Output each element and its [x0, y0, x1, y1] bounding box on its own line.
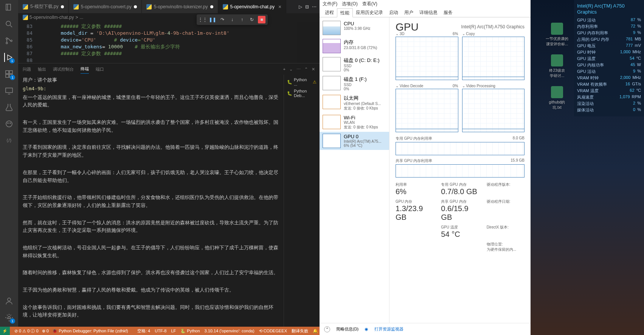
step-out-icon[interactable]: ↑ [238, 16, 246, 23]
panel-tab[interactable]: 端口 [96, 65, 104, 74]
gpu-metric-row: VRAM 温度62 °C [577, 88, 641, 94]
breadcrumb[interactable]: 5-openvinollm-chat.py > ... [18, 13, 320, 22]
remote-icon[interactable] [5, 86, 14, 95]
code-editor[interactable]: 838485868788 ###### 定义参数 ###### model_di… [18, 22, 320, 63]
chart-label[interactable]: Video Decode [396, 84, 423, 88]
more-icon[interactable]: ⋯ [312, 4, 317, 9]
minimap[interactable] [297, 22, 320, 63]
maximize-icon[interactable]: ⌃ [304, 67, 308, 72]
chart-label[interactable]: 3D [396, 32, 405, 36]
status-item[interactable]: ⊕ 0 [42, 329, 49, 333]
main-tab[interactable]: 应用历史记录 [353, 8, 386, 17]
editor-tab[interactable]: 5-模型下载.py [18, 0, 69, 13]
gpu-metric-row: VRAM 时钟2,000 MHz [577, 75, 641, 81]
gpu-metric-row: GPU 活动9 % [577, 68, 641, 75]
chart-label[interactable]: Video Processing [462, 84, 495, 88]
intel-gpu-overlay: Intel(R) Arc(TM) A750 Graphics GPU 活动87 … [574, 0, 644, 116]
step-over-icon[interactable]: ↷ [219, 16, 226, 23]
gpu-metric-row: 内存利用率72 % [577, 23, 641, 30]
codegeex-icon[interactable]: ⟨/⟩ [5, 136, 14, 145]
editor-tab[interactable]: 5-openvinollm-convert.py [69, 0, 142, 13]
extensions-icon[interactable]: 1 [5, 69, 14, 79]
status-item[interactable]: 🔔 [313, 329, 318, 333]
run-debug-icon[interactable]: 1 [4, 53, 13, 62]
menu-item[interactable]: 查看(V) [362, 1, 377, 8]
terminal-instance[interactable]: 🐛Python Deb... [286, 88, 318, 99]
status-item[interactable]: ⊘ 0 ⚠ 0 ⓘ 0 [14, 329, 39, 333]
status-item[interactable]: 🐍 Python [180, 329, 200, 333]
desktop-icon[interactable]: githubd的坑.txt [549, 86, 565, 110]
sidebar-item-net[interactable]: 以太网vEthernet (Default S...发送: 0 接收: 0 Kb… [320, 93, 389, 113]
main-tab[interactable]: 用户 [401, 8, 416, 17]
run-icon[interactable]: ▷ [299, 4, 302, 9]
panel-tab[interactable]: 终端 [81, 65, 89, 74]
main-tab[interactable]: 服务 [441, 8, 456, 17]
brief-info-link[interactable]: 简略信息(D) [336, 326, 358, 332]
account-icon[interactable] [5, 296, 14, 306]
main-tabs: 进程性能应用历史记录启动用户详细信息服务 [320, 8, 531, 17]
main-tab[interactable]: 详细信息 [416, 8, 441, 17]
split-icon[interactable]: ⊟ [305, 4, 309, 9]
sidebar-item-disk[interactable]: 磁盘 1 (F:)SSD0% [320, 74, 389, 93]
gpu-chart [462, 37, 525, 80]
sidebar-item-cpu[interactable]: CPU100% 3.98 GHz [320, 19, 389, 37]
editor-tab[interactable]: 5-openvinollm-chat.py× [218, 0, 287, 13]
main-tab[interactable]: 性能 [337, 8, 353, 17]
step-into-icon[interactable]: ↓ [228, 16, 236, 23]
status-item[interactable]: ⟲ CODEGEEX [259, 329, 287, 333]
main-tab[interactable]: 启动 [386, 8, 401, 17]
editor-tab[interactable]: 5-openvinollm-tokenizer.py [142, 0, 218, 13]
overlay-title: Intel(R) Arc(TM) A750 Graphics [577, 3, 641, 15]
menu-item[interactable]: 选项(O) [342, 1, 357, 8]
status-item[interactable]: 空格: 4 [137, 328, 150, 334]
status-item[interactable]: 翻译失败 [292, 328, 308, 334]
sidebar-item-mem[interactable]: 内存23.0/31.8 GB (72%) [320, 37, 389, 55]
search-icon[interactable] [5, 20, 14, 29]
gpu-detail-pane: GPU Intel(R) Arc(TM) A750 Graphics 3D6%C… [390, 17, 531, 323]
restart-icon[interactable]: ↻ [248, 16, 256, 23]
main-tab[interactable]: 进程 [322, 8, 337, 17]
gpu-chart [396, 89, 458, 132]
testing-icon[interactable] [5, 103, 14, 112]
sidebar-item-disk[interactable]: 磁盘 0 (C: D: E:)SSD0% [320, 55, 389, 74]
status-item[interactable]: LF [171, 329, 176, 333]
status-item[interactable]: 🐞 Python Debugger: Python File (zdhkf) [52, 329, 128, 333]
gpu-chart [462, 89, 525, 132]
terminal-instance[interactable]: 🐛Python ...⚠ [286, 76, 318, 88]
drag-handle-icon[interactable]: ⋮⋮ [199, 16, 206, 23]
gpu-metric-row: 渲染活动2 % [577, 100, 641, 107]
desktop-area: 一节优质课的课堂评价标...终23级农学研讨...githubd的坑.txt I… [531, 0, 644, 335]
desktop-icon[interactable]: 终23级农学研讨... [549, 54, 565, 79]
chart-label[interactable]: Copy [462, 32, 475, 36]
svg-rect-6 [9, 71, 12, 74]
resource-sidebar: CPU100% 3.98 GHz内存23.0/31.8 GB (72%)磁盘 0… [320, 17, 390, 323]
collapse-icon[interactable]: ⌃ [324, 326, 330, 332]
panel-tabs: 问题输出调试控制台终端端口 + ⌄ ⋯ ⌃ ✕ [18, 63, 320, 75]
svg-point-1 [6, 21, 11, 26]
resource-monitor-link[interactable]: 打开资源监视器 [374, 326, 403, 332]
status-item[interactable]: UTF-8 [155, 329, 166, 333]
status-item[interactable]: 3.10.14 ('openvino': conda) [205, 329, 254, 333]
stop-icon[interactable]: ■ [258, 16, 265, 23]
panel-tab[interactable]: 问题 [23, 65, 31, 74]
desktop-icon[interactable]: 一节优质课的课堂评价标... [546, 23, 568, 47]
sidebar-item-gpu[interactable]: GPU 0Intel(R) Arc(TM) A75...6% (54 °C) [320, 132, 389, 150]
copilot-icon[interactable] [5, 119, 14, 128]
settings-icon[interactable]: 1 [5, 313, 14, 322]
source-control-icon[interactable] [5, 36, 14, 45]
dedicated-gpu-memory-chart [396, 142, 525, 155]
close-panel-icon[interactable]: ✕ [312, 67, 315, 72]
svg-point-4 [11, 40, 12, 42]
explorer-icon[interactable] [5, 3, 14, 12]
remote-indicator[interactable]: ⚡ [0, 327, 10, 335]
menu-item[interactable]: 文件(F) [323, 1, 337, 8]
dropdown-icon[interactable]: ⌄ [289, 67, 293, 72]
add-terminal-icon[interactable]: + [283, 67, 286, 72]
panel-tab[interactable]: 调试控制台 [53, 65, 74, 74]
pause-icon[interactable]: ❚❚ [209, 16, 216, 23]
panel-tab[interactable]: 输出 [38, 65, 46, 74]
sidebar-item-wifi[interactable]: Wi-FiWLAN发送: 0 接收: 0 Kbps [320, 113, 389, 132]
svg-point-12 [10, 123, 11, 124]
more-icon[interactable]: ⋯ [296, 67, 301, 72]
terminal-output[interactable]: 用户：讲个故事glm4-9b:在一个遥远的国度里，有一座神秘的城堡，城堡里住着一… [18, 75, 284, 327]
